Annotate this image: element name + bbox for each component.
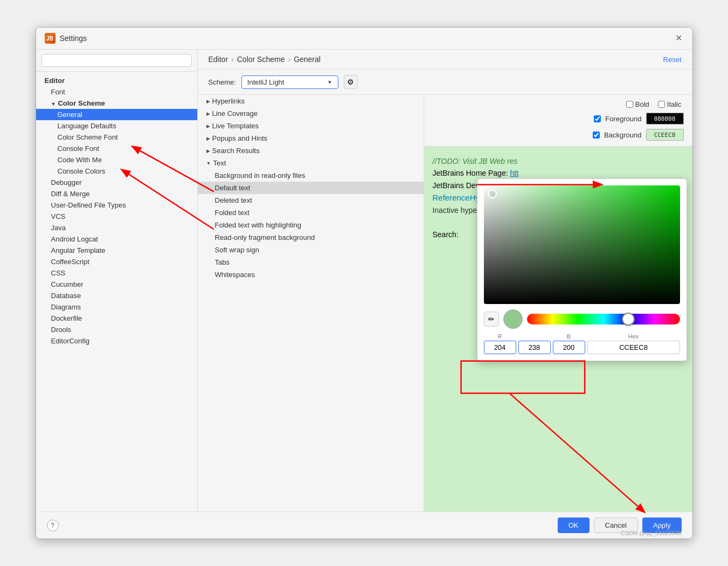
breadcrumb-sep2: › <box>288 55 290 64</box>
preview-search-text: Search: <box>433 230 459 239</box>
app-icon: JB <box>45 33 56 44</box>
sidebar-editor-label: Editor <box>45 77 65 85</box>
sidebar-item-android-logcat[interactable]: Android Logcat <box>36 233 197 245</box>
expand-icon: ▼ <box>206 161 211 166</box>
b-input[interactable] <box>553 341 585 354</box>
background-swatch[interactable]: CCEEC8 <box>646 129 684 141</box>
sidebar-item-java[interactable]: Java <box>36 222 197 233</box>
expand-icon: ▶ <box>206 148 210 154</box>
sidebar-item-language-defaults[interactable]: Language Defaults <box>36 120 197 132</box>
g-field <box>518 341 551 354</box>
list-item-readonly-fragment[interactable]: Read-only fragment background <box>198 231 424 244</box>
italic-checkbox[interactable] <box>658 101 665 108</box>
chevron-down-icon: ▼ <box>327 79 332 85</box>
list-item-live-templates[interactable]: ▶ Live Templates <box>198 120 424 132</box>
expand-icon: ▶ <box>206 111 210 116</box>
list-item-line-coverage[interactable]: ▶ Line Coverage <box>198 107 424 120</box>
sidebar-item-css[interactable]: CSS <box>36 267 197 279</box>
content-area: Editor Font ▼Color Scheme General Langua… <box>36 50 692 512</box>
footer-left: ? <box>47 520 59 532</box>
bold-checkbox[interactable] <box>626 101 633 108</box>
gear-button[interactable]: ⚙ <box>344 75 358 89</box>
ok-button[interactable]: OK <box>558 517 590 533</box>
sidebar-tree: Editor Font ▼Color Scheme General Langua… <box>36 72 197 512</box>
hue-slider[interactable] <box>527 314 680 325</box>
settings-dialog: JB Settings ✕ Editor Font ▼Color Scheme … <box>36 27 693 539</box>
sidebar-item-general[interactable]: General <box>36 109 197 120</box>
sidebar-item-user-defined[interactable]: User-Defined File Types <box>36 199 197 211</box>
sidebar-item-editorconfig[interactable]: EditorConfig <box>36 335 197 347</box>
list-item-folded-text-highlighting[interactable]: Folded text with highlighting <box>198 219 424 231</box>
picker-bottom: ✏ R <box>484 309 680 354</box>
scheme-value: IntelliJ Light <box>247 78 285 86</box>
list-item-search-results[interactable]: ▶ Search Results <box>198 144 424 157</box>
expand-icon: ▶ <box>206 99 210 104</box>
sidebar-item-code-with-me[interactable]: Code With Me <box>36 154 197 165</box>
sidebar-item-console-colors[interactable]: Console Colors <box>36 165 197 177</box>
g-input[interactable] <box>518 341 551 354</box>
sidebar-item-vcs[interactable]: VCS <box>36 211 197 222</box>
sidebar-item-console-font[interactable]: Console Font <box>36 143 197 154</box>
color-picker: ✏ R <box>477 178 687 361</box>
split-area: ▶ Hyperlinks ▶ Line Coverage ▶ Live Temp… <box>198 95 692 512</box>
foreground-swatch[interactable]: 080808 <box>646 113 684 125</box>
scheme-label: Scheme: <box>209 78 236 86</box>
color-gradient[interactable] <box>484 185 680 304</box>
sidebar-item-angular-template[interactable]: Angular Template <box>36 245 197 256</box>
sidebar-item-drools[interactable]: Drools <box>36 324 197 335</box>
r-input[interactable] <box>484 341 516 354</box>
breadcrumb-editor: Editor <box>209 55 228 64</box>
hex-field: Hex <box>587 333 680 354</box>
italic-label: Italic <box>667 100 682 108</box>
breadcrumb-color-scheme: Color Scheme <box>237 55 285 64</box>
sidebar-item-diagrams[interactable]: Diagrams <box>36 301 197 313</box>
color-controls: Bold Italic Foreground 080808 <box>424 95 692 147</box>
breadcrumb-general: General <box>294 55 321 64</box>
list-item-soft-wrap[interactable]: Soft wrap sign <box>198 244 424 256</box>
search-input[interactable] <box>41 54 192 67</box>
hex-input[interactable] <box>587 341 680 354</box>
list-item-bg-readonly[interactable]: Background in read-only files <box>198 169 424 182</box>
close-button[interactable]: ✕ <box>675 34 684 43</box>
sidebar-item-coffeescript[interactable]: CoffeeScript <box>36 256 197 267</box>
b-field: B <box>553 333 585 354</box>
list-item-tabs[interactable]: Tabs <box>198 256 424 268</box>
list-item-default-text[interactable]: Default text <box>198 182 424 194</box>
sidebar-item-diff-merge[interactable]: Diff & Merge <box>36 188 197 199</box>
sidebar-item-color-scheme[interactable]: ▼Color Scheme <box>36 98 197 109</box>
r-label: R <box>498 333 502 340</box>
list-item-hyperlinks[interactable]: ▶ Hyperlinks <box>198 95 424 107</box>
hex-label: Hex <box>628 333 639 340</box>
sidebar-item-editor[interactable]: Editor <box>36 75 197 86</box>
background-checkbox[interactable] <box>593 132 600 139</box>
foreground-checkbox[interactable] <box>594 115 601 122</box>
list-item-whitespaces[interactable]: Whitespaces <box>198 268 424 281</box>
list-item-text[interactable]: ▼ Text <box>198 157 424 169</box>
preview-panel: Bold Italic Foreground 080808 <box>424 95 692 512</box>
italic-checkbox-label[interactable]: Italic <box>658 100 682 108</box>
reset-button[interactable]: Reset <box>663 56 682 64</box>
search-box <box>36 50 197 72</box>
foreground-row: Foreground 080808 <box>433 113 684 125</box>
title-bar: JB Settings ✕ <box>36 27 692 50</box>
bold-checkbox-label[interactable]: Bold <box>626 100 649 108</box>
dialog-title: Settings <box>60 34 87 43</box>
sidebar-item-database[interactable]: Database <box>36 290 197 301</box>
sidebar-item-dockerfile[interactable]: Dockerfile <box>36 313 197 324</box>
eyedropper-button[interactable]: ✏ <box>484 312 499 327</box>
sidebar-item-color-scheme-font[interactable]: Color Scheme Font <box>36 132 197 143</box>
color-preview-circle <box>503 309 523 329</box>
list-panel: ▶ Hyperlinks ▶ Line Coverage ▶ Live Temp… <box>198 95 424 512</box>
list-item-popups-hints[interactable]: ▶ Popups and Hints <box>198 132 424 144</box>
preview-link1: htt <box>510 169 518 177</box>
r-field: R <box>484 333 516 354</box>
sidebar-item-font[interactable]: Font <box>36 86 197 98</box>
preview-line-comment: //TODO: Visit JB Web res <box>433 155 684 167</box>
list-item-deleted-text[interactable]: Deleted text <box>198 194 424 206</box>
help-button[interactable]: ? <box>47 520 59 532</box>
scheme-select[interactable]: IntelliJ Light ▼ <box>241 75 338 89</box>
title-bar-left: JB Settings <box>45 33 87 44</box>
sidebar-item-debugger[interactable]: Debugger <box>36 177 197 188</box>
sidebar-item-cucumber[interactable]: Cucumber <box>36 279 197 290</box>
list-item-folded-text[interactable]: Folded text <box>198 206 424 219</box>
